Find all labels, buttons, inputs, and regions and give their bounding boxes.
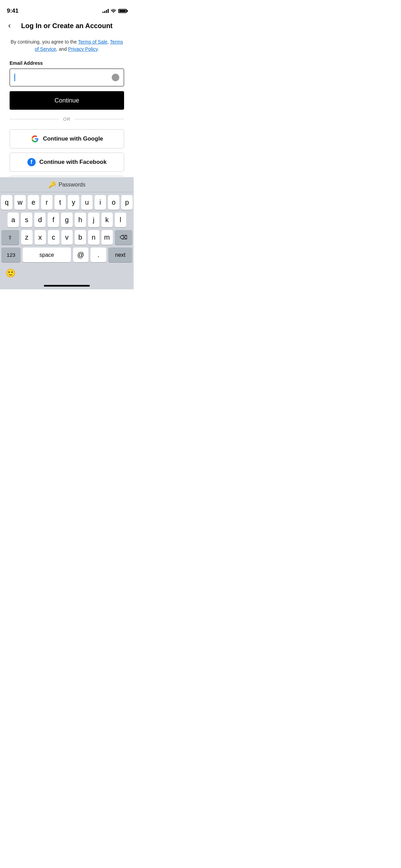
- key-icon: 🔑: [48, 181, 56, 189]
- key-c[interactable]: c: [48, 230, 59, 245]
- google-signin-button[interactable]: Continue with Google: [10, 129, 124, 148]
- key-m[interactable]: m: [101, 230, 113, 245]
- key-s[interactable]: s: [21, 213, 32, 227]
- status-icons: [102, 8, 127, 14]
- terms-of-sale-link[interactable]: Terms of Sale: [78, 39, 108, 45]
- clear-button[interactable]: [112, 74, 119, 81]
- keyboard: 🔑 Passwords q w e r t y u i o p a s d f …: [0, 177, 134, 289]
- back-button[interactable]: ‹: [7, 21, 12, 31]
- backspace-key[interactable]: ⌫: [115, 230, 133, 245]
- key-row-1: q w e r t y u i o p: [1, 195, 132, 210]
- key-j[interactable]: j: [88, 213, 99, 227]
- numbers-key[interactable]: 123: [1, 248, 21, 262]
- wifi-icon: [111, 8, 116, 14]
- key-t[interactable]: t: [54, 195, 66, 210]
- emoji-button[interactable]: 🙂: [5, 268, 16, 278]
- status-bar: 9:41: [0, 0, 134, 17]
- email-input[interactable]: [10, 69, 124, 86]
- key-a[interactable]: a: [8, 213, 19, 227]
- key-u[interactable]: u: [81, 195, 93, 210]
- continue-button[interactable]: Continue: [10, 91, 124, 110]
- facebook-signin-button[interactable]: f Continue with Facebook: [10, 153, 124, 172]
- home-indicator: [44, 285, 90, 287]
- nav-bar: ‹ Log In or Create an Account: [0, 17, 134, 34]
- google-icon: [31, 134, 39, 143]
- google-button-label: Continue with Google: [43, 135, 103, 142]
- email-label: Email Address: [10, 60, 124, 66]
- key-r[interactable]: r: [41, 195, 52, 210]
- key-f[interactable]: f: [48, 213, 59, 227]
- text-cursor: [14, 74, 15, 81]
- battery-icon: [118, 9, 127, 13]
- key-e[interactable]: e: [28, 195, 39, 210]
- divider-line-left: [10, 119, 59, 119]
- key-h[interactable]: h: [75, 213, 86, 227]
- divider-line-right: [75, 119, 124, 119]
- privacy-policy-link[interactable]: Privacy Policy: [68, 46, 98, 52]
- keyboard-bottom-bar: 🙂: [0, 266, 134, 281]
- key-v[interactable]: v: [61, 230, 73, 245]
- shift-key[interactable]: ⇧: [1, 230, 19, 245]
- facebook-button-label: Continue with Facebook: [39, 159, 107, 166]
- key-w[interactable]: w: [14, 195, 26, 210]
- key-row-3: ⇧ z x c v b n m ⌫: [1, 230, 132, 245]
- keyboard-rows: q w e r t y u i o p a s d f g h j k l ⇧ …: [0, 192, 134, 266]
- status-time: 9:41: [7, 8, 19, 14]
- passwords-label: Passwords: [59, 182, 85, 188]
- key-b[interactable]: b: [75, 230, 86, 245]
- key-k[interactable]: k: [101, 213, 113, 227]
- terms-text: By continuing, you agree to the Terms of…: [10, 38, 124, 53]
- key-n[interactable]: n: [88, 230, 99, 245]
- key-z[interactable]: z: [21, 230, 33, 245]
- signal-icon: [102, 9, 109, 13]
- key-y[interactable]: y: [68, 195, 79, 210]
- key-q[interactable]: q: [1, 195, 12, 210]
- home-bar-row: [0, 281, 134, 289]
- or-divider: OR: [10, 117, 124, 122]
- email-input-wrapper: [10, 69, 124, 86]
- page-title: Log In or Create an Account: [21, 22, 112, 30]
- key-row-4: 123 space @ . next: [1, 248, 132, 262]
- or-text: OR: [63, 117, 71, 122]
- facebook-icon: f: [27, 158, 36, 167]
- keyboard-toolbar: 🔑 Passwords: [0, 177, 134, 192]
- period-key[interactable]: .: [90, 248, 106, 262]
- key-o[interactable]: o: [108, 195, 119, 210]
- at-key[interactable]: @: [73, 248, 89, 262]
- key-l[interactable]: l: [115, 213, 126, 227]
- next-key[interactable]: next: [108, 248, 132, 262]
- key-row-2: a s d f g h j k l: [1, 213, 132, 227]
- key-x[interactable]: x: [35, 230, 46, 245]
- key-d[interactable]: d: [34, 213, 46, 227]
- key-p[interactable]: p: [121, 195, 133, 210]
- key-g[interactable]: g: [61, 213, 72, 227]
- main-content: By continuing, you agree to the Terms of…: [0, 34, 134, 195]
- key-i[interactable]: i: [95, 195, 106, 210]
- space-key[interactable]: space: [23, 248, 71, 262]
